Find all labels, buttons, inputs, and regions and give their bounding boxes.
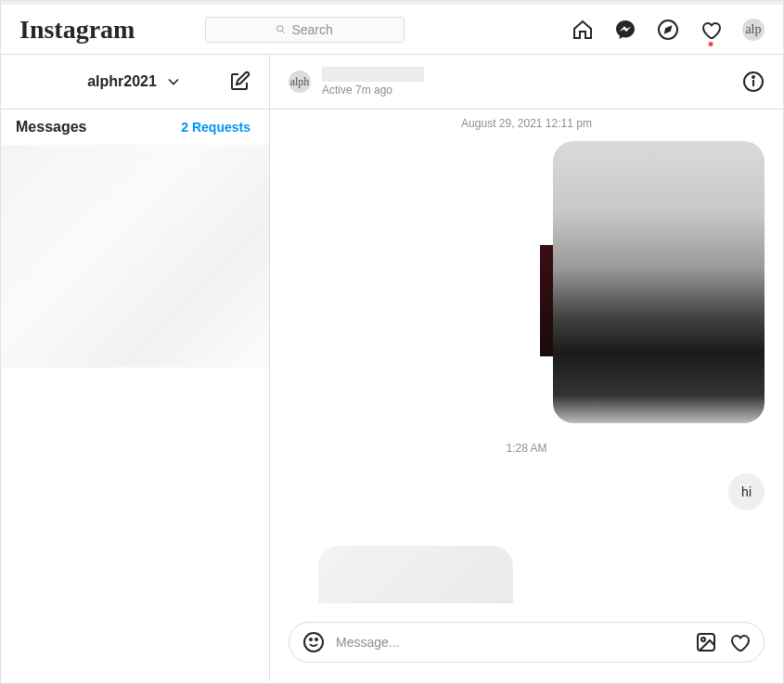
requests-link[interactable]: 2 Requests	[181, 120, 251, 135]
heart-icon	[700, 19, 722, 41]
svg-point-15	[315, 639, 317, 640]
search-input[interactable]	[205, 17, 405, 43]
conversation-avatar[interactable]: alph	[289, 71, 311, 93]
svg-point-6	[752, 76, 754, 78]
incoming-message: alph	[289, 546, 765, 603]
composer	[270, 603, 783, 681]
home-icon[interactable]	[572, 19, 594, 41]
svg-point-14	[310, 639, 312, 640]
activity-button[interactable]	[700, 19, 722, 41]
explore-icon[interactable]	[657, 19, 679, 41]
conversation-header: alph Active 7m ago	[270, 55, 783, 110]
account-switcher[interactable]: alphr2021	[87, 72, 183, 91]
outgoing-message	[289, 141, 765, 423]
notification-dot	[708, 42, 713, 46]
date-divider: August 29, 2021 12:11 pm	[289, 110, 765, 137]
heart-icon[interactable]	[728, 631, 751, 653]
outgoing-message: hi	[289, 473, 765, 510]
conversation-pane: alph Active 7m ago August 29, 2021 12:11…	[270, 55, 783, 681]
svg-point-13	[304, 633, 323, 652]
instagram-logo[interactable]: Instagram	[19, 15, 135, 45]
message-input[interactable]	[336, 635, 684, 650]
messenger-icon[interactable]	[614, 19, 636, 41]
emoji-icon[interactable]	[302, 631, 325, 653]
profile-avatar[interactable]: alp	[742, 19, 765, 41]
shared-post[interactable]	[553, 141, 765, 423]
info-icon[interactable]	[742, 71, 765, 93]
chevron-down-icon	[164, 72, 183, 91]
svg-point-17	[701, 638, 705, 641]
time-divider: 1:28 AM	[289, 427, 765, 470]
message-bubble[interactable]	[318, 546, 513, 603]
image-icon[interactable]	[695, 631, 717, 653]
media-edge	[540, 245, 553, 356]
sidebar: alphr2021 Messages 2 Requests	[1, 55, 270, 681]
thread-list-item[interactable]	[1, 145, 269, 368]
svg-marker-3	[665, 27, 671, 32]
message-bubble[interactable]: hi	[728, 473, 765, 510]
conversation-title[interactable]	[322, 67, 424, 82]
account-username: alphr2021	[87, 73, 157, 90]
compose-icon[interactable]	[228, 71, 251, 93]
active-status: Active 7m ago	[322, 84, 424, 97]
messages-tab[interactable]: Messages	[16, 119, 87, 136]
top-nav: Instagram Search alp	[1, 5, 783, 55]
